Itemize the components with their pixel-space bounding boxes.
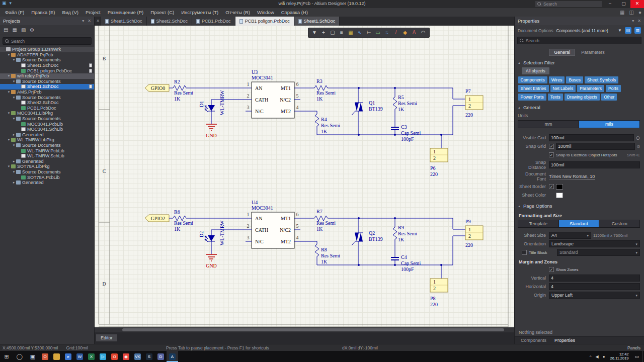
value-text[interactable]: 1K [174, 226, 181, 232]
document-tab[interactable]: Sheet2.SchDoc [147, 17, 193, 26]
comment-text[interactable]: Res Semi [398, 231, 417, 236]
value-text[interactable]: 1K [321, 259, 328, 264]
document-tab[interactable]: PCB1 poligon.PcbDoc [235, 17, 294, 26]
global-search[interactable]: Search [535, 1, 602, 7]
page-options-section-header[interactable]: ▲Page Options [515, 200, 644, 210]
led-icon[interactable] [208, 105, 215, 111]
designator-text[interactable]: Q2 [369, 230, 375, 236]
tree-item[interactable]: MOC3041.PcbLib [0, 121, 94, 127]
capacitor-icon[interactable] [391, 127, 399, 130]
taskbar-app-opera[interactable]: O [109, 351, 120, 362]
designator-text[interactable]: R3 [316, 78, 323, 84]
expand-icon[interactable]: ▾ [12, 117, 16, 121]
theme-icon[interactable]: ◫ [629, 10, 634, 15]
tree-item[interactable]: WL-TMRW.SchLib [0, 153, 94, 159]
bus-icon[interactable]: ≈ [382, 28, 391, 37]
tree-item[interactable]: ▾Source Documents [0, 79, 94, 84]
net-label[interactable]: GND [206, 263, 217, 268]
triac-icon[interactable] [359, 233, 363, 241]
taskbar-app-vk[interactable]: VK [132, 351, 143, 362]
orientation-dropdown[interactable]: Landscape [549, 240, 640, 247]
selection-filter-button[interactable]: Sheet Entries [518, 85, 549, 92]
menu-item[interactable]: Файл (F) [2, 8, 28, 17]
triac-icon[interactable] [355, 103, 359, 111]
filter-icon[interactable]: ▼ [618, 28, 622, 33]
wire[interactable] [211, 230, 246, 235]
tree-item[interactable]: PCB1 poligon.PcbDoc [0, 68, 94, 73]
capacitor-icon[interactable] [391, 257, 399, 260]
units-option[interactable]: mils [579, 121, 639, 128]
comment-text[interactable]: Cap Semi [401, 130, 421, 136]
search-input[interactable] [526, 38, 639, 43]
visible-grid-input[interactable] [549, 134, 634, 141]
designator-text[interactable]: P9 [465, 219, 471, 224]
panel-tab[interactable]: Components [521, 338, 546, 343]
comment-text[interactable]: Res Semi [316, 90, 336, 96]
gnd-icon[interactable] [206, 124, 217, 131]
schematic-viewport[interactable]: ▼+▢≡▦∿⊢▭≈/◆A◠ B C D GPIO0 R2 Res Semi 1K… [95, 26, 514, 327]
expand-icon[interactable]: ▾ [7, 74, 11, 78]
tree-item[interactable]: ▾Source Documents [0, 57, 94, 63]
tree-item[interactable]: ▾WL-TMRW.LibPkg [0, 137, 94, 143]
search-input[interactable] [11, 39, 89, 44]
filter-icon[interactable]: ▼ [310, 28, 319, 37]
value-text[interactable]: 1K [398, 107, 405, 112]
properties-search[interactable] [517, 37, 641, 44]
designator-text[interactable]: R7 [316, 209, 323, 214]
designator-text[interactable]: R6 [174, 209, 180, 215]
properties-tab[interactable]: General [549, 49, 575, 56]
tree-item[interactable]: ▾ADAPTER.PrjPcb [0, 52, 94, 58]
horizontal-scrollbar[interactable] [95, 327, 514, 332]
expand-icon[interactable]: ▾ [12, 143, 16, 147]
value-text[interactable]: 220 [430, 171, 438, 177]
clock[interactable]: 12:42 26.11.2019 [607, 352, 632, 361]
comment-text[interactable]: MOC3041 [252, 205, 273, 211]
editor-tab[interactable]: Editor [96, 334, 117, 341]
selection-filter-button[interactable]: Drawing objects [565, 94, 600, 101]
designator-text[interactable]: U4 [252, 200, 258, 205]
tree-item[interactable]: ▾Source Documents [0, 95, 94, 100]
triac-body[interactable] [352, 88, 363, 135]
properties-tab[interactable]: Parameters [576, 49, 610, 56]
volume-icon[interactable]: ◀ [594, 354, 601, 359]
designator-text[interactable]: P8 [430, 296, 436, 301]
menu-item[interactable]: Инструменты (T) [178, 8, 222, 17]
led-icon[interactable] [208, 235, 215, 241]
designator-text[interactable]: R5 [398, 95, 404, 100]
dropdown-icon[interactable]: ▾ [82, 19, 84, 23]
tree-item[interactable]: PCB1.PcbDoc [0, 106, 94, 111]
selection-filter-button[interactable]: Components [518, 76, 547, 83]
comment-text[interactable]: Res Semi [398, 101, 417, 106]
title-block-checkbox[interactable] [522, 250, 527, 255]
designator-text[interactable]: R4 [321, 117, 327, 122]
comment-text[interactable]: Cap Semi [401, 260, 421, 266]
units-option[interactable]: mm [518, 121, 579, 128]
directive-icon[interactable]: ◆ [400, 28, 410, 37]
move-icon[interactable]: + [319, 28, 328, 37]
wire[interactable] [441, 218, 465, 279]
expand-icon[interactable]: ▾ [12, 58, 16, 62]
selection-filter-button[interactable]: Texts [548, 94, 563, 101]
show-desktop-button[interactable] [642, 351, 644, 362]
tree-item[interactable]: ▸Generated [0, 132, 94, 138]
sheet-size-dropdown[interactable]: A4 [549, 232, 591, 239]
menu-item[interactable]: Вид (V) [59, 8, 83, 17]
menu-item[interactable]: Отчеты (R) [222, 8, 254, 17]
arc-icon[interactable]: ◠ [419, 28, 428, 37]
close-icon[interactable]: ✕ [88, 19, 91, 23]
designator-text[interactable]: P6 [430, 165, 436, 171]
menu-item[interactable]: Справка (H) [278, 8, 311, 17]
expand-icon[interactable]: ▾ [7, 138, 11, 142]
notification-center-icon[interactable]: ▭ [631, 354, 642, 359]
taskbar-app-chrome[interactable]: ◉ [120, 351, 132, 362]
scrollbar-thumb[interactable] [122, 328, 504, 331]
taskbar-app-altium[interactable]: A [167, 351, 178, 362]
tree-item[interactable]: ▾wifi reley.PrjPcb [0, 73, 94, 79]
expand-icon[interactable]: ▸ [12, 159, 16, 163]
measure-icon[interactable]: ⊢ [364, 28, 373, 37]
document-tab[interactable]: Sheet1.SchDoc [101, 17, 147, 26]
origin-dropdown[interactable]: Upper Left [549, 292, 640, 299]
text-icon[interactable]: A [410, 28, 419, 37]
optocoupler-circuit[interactable]: GPIO2 R6 Res Semi 1K U4 MOC3041 1 2 3 6 … [145, 200, 483, 307]
tree-item[interactable]: Sheet2.SchDoc [0, 100, 94, 106]
